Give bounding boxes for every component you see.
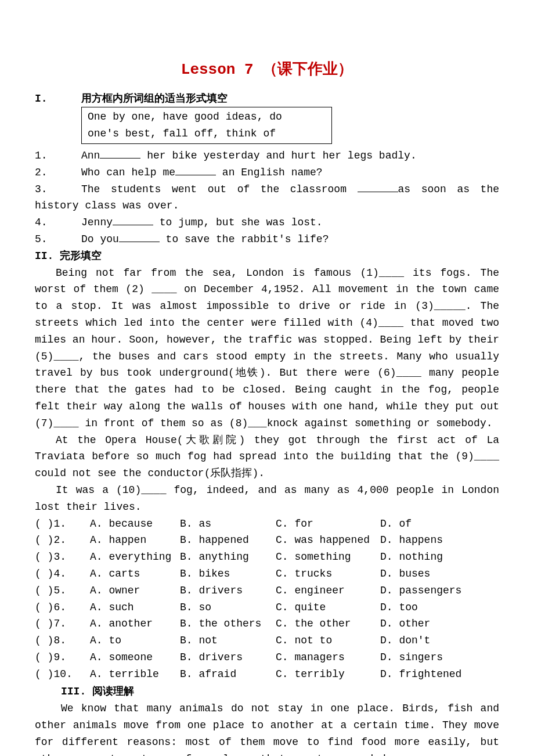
- reading-passage: We know that many animals do not stay in…: [35, 700, 499, 756]
- cloze-options: ( )1.A. becauseB. asC. forD. of ( )2.A. …: [35, 516, 499, 683]
- fill-q3: 3.The students went out of the classroom…: [35, 181, 499, 215]
- wordbox-line2: one's best, fall off, think of: [88, 125, 326, 142]
- blank-5[interactable]: [119, 231, 160, 242]
- blank-4[interactable]: [113, 214, 153, 225]
- cloze-passage: Being not far from the sea, London is fa…: [35, 265, 499, 516]
- section1-title: 用方框内所词组的适当形式填空: [81, 93, 228, 105]
- lesson-title: Lesson 7 （课下作业）: [35, 58, 499, 82]
- fill-q4: 4.Jenny to jump, but she was lost.: [35, 214, 499, 231]
- section2-heading: II. 完形填空: [35, 248, 499, 265]
- word-box: One by one, have good ideas, do one's be…: [81, 107, 332, 144]
- blank-2[interactable]: [175, 164, 216, 175]
- opt-row-7: ( )7.A. anotherB. the othersC. the other…: [35, 615, 499, 632]
- section1-number: I.: [35, 91, 81, 107]
- opt-row-8: ( )8.A. toB. notC. not toD. don't: [35, 632, 499, 649]
- opt-row-3: ( )3.A. everythingB. anythingC. somethin…: [35, 549, 499, 566]
- opt-row-10: ( )10.A. terribleB. afraidC. terriblyD. …: [35, 666, 499, 683]
- blank-1[interactable]: [100, 147, 140, 159]
- wordbox-line1: One by one, have good ideas, do: [88, 109, 326, 125]
- section3-heading: III. 阅读理解: [61, 683, 499, 700]
- section2-number: II.: [35, 250, 53, 262]
- opt-row-5: ( )5.A. ownerB. driversC. engineerD. pas…: [35, 582, 499, 599]
- opt-row-2: ( )2.A. happenB. happenedC. was happened…: [35, 532, 499, 549]
- opt-row-6: ( )6.A. suchB. soC. quiteD. too: [35, 599, 499, 616]
- section1-heading: I.用方框内所词组的适当形式填空: [35, 91, 499, 107]
- fill-q2: 2.Who can help me an English name?: [35, 164, 499, 181]
- opt-row-1: ( )1.A. becauseB. asC. forD. of: [35, 516, 499, 532]
- passage-p3: It was a (10)____ fog, indeed, and as ma…: [35, 482, 499, 516]
- worksheet-page: Lesson 7 （课下作业） I.用方框内所词组的适当形式填空 One by …: [0, 0, 534, 756]
- blank-3[interactable]: [358, 181, 398, 192]
- section2-title: 完形填空: [60, 250, 102, 262]
- passage-p2: At the Opera House(大歌剧院) they got throug…: [35, 432, 499, 482]
- fill-q1: 1.Ann her bike yesterday and hurt her le…: [35, 147, 499, 164]
- fill-q5: 5.Do you to save the rabbit's life?: [35, 231, 499, 248]
- passage-p1: Being not far from the sea, London is fa…: [35, 265, 499, 432]
- opt-row-4: ( )4.A. cartsB. bikesC. trucksD. buses: [35, 566, 499, 582]
- reading-p1: We know that many animals do not stay in…: [35, 700, 499, 756]
- opt-row-9: ( )9.A. someoneB. driversC. managersD. s…: [35, 649, 499, 666]
